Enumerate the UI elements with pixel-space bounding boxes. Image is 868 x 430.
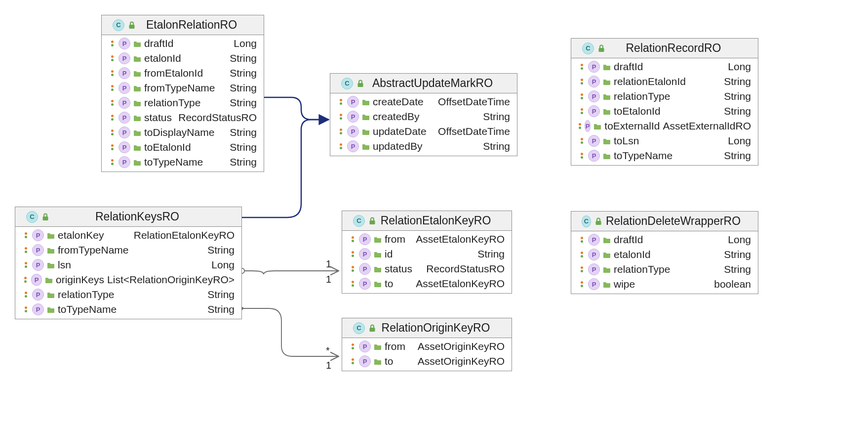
field-name: draftId <box>144 38 174 49</box>
field-name: id <box>385 248 393 260</box>
field-list: PfromAssetOriginKeyROPtoAssetOriginKeyRO <box>342 338 512 371</box>
field-row[interactable]: PetalonIdString <box>571 247 758 262</box>
field-row[interactable]: PcreateDateOffsetDateTime <box>330 94 517 109</box>
field-row[interactable]: PrelationEtalonIdString <box>571 74 758 89</box>
property-icon: P <box>118 97 130 109</box>
field-row[interactable]: PlsnLong <box>15 258 241 272</box>
gutter-dots-icon <box>337 114 344 120</box>
field-row[interactable]: PdraftIdLong <box>571 59 758 74</box>
property-icon: P <box>32 289 44 301</box>
field-type: String <box>477 248 505 260</box>
field-row[interactable]: PtoExternalIdAssetExternalIdRO <box>571 119 758 133</box>
field-row[interactable]: PetalonIdString <box>102 51 264 66</box>
field-name: from <box>385 233 405 245</box>
field-name: draftId <box>614 61 643 73</box>
field-type: String <box>207 289 235 301</box>
field-row[interactable]: PfromTypeNameString <box>15 243 241 258</box>
field-row[interactable]: PdraftIdLong <box>571 232 758 247</box>
gutter-dots-icon <box>578 252 585 258</box>
field-name: relationType <box>58 289 114 301</box>
folder-icon <box>603 108 611 115</box>
class-RelationDeleteWrapperRO[interactable]: CRelationDeleteWrapperROPdraftIdLongPeta… <box>571 211 758 294</box>
class-RelationOriginKeyRO[interactable]: CRelationOriginKeyROPfromAssetOriginKeyR… <box>342 318 512 371</box>
field-name: to <box>385 355 394 367</box>
field-row[interactable]: PrelationTypeString <box>571 262 758 277</box>
class-EtalonRelationRO[interactable]: CEtalonRelationROPdraftIdLongPetalonIdSt… <box>101 15 264 172</box>
class-header: CRelationEtalonKeyRO <box>342 211 512 231</box>
field-row[interactable]: PtoEtalonIdString <box>571 104 758 119</box>
field-name: status <box>144 112 172 124</box>
field-list: PcreateDateOffsetDateTimePcreatedByStrin… <box>330 93 517 156</box>
gutter-dots-icon <box>578 138 585 144</box>
field-row[interactable]: PrelationTypeString <box>571 89 758 104</box>
property-icon: P <box>31 274 42 286</box>
field-row[interactable]: PtoTypeNameString <box>15 302 241 317</box>
field-row[interactable]: PidString <box>342 247 512 261</box>
field-row[interactable]: PrelationTypeString <box>102 95 264 110</box>
folder-icon <box>47 291 55 298</box>
field-row[interactable]: PtoLsnLong <box>571 133 758 148</box>
field-row[interactable]: PrelationTypeString <box>15 287 241 302</box>
gutter-dots-icon <box>109 70 116 76</box>
field-type: Long <box>234 38 257 49</box>
property-icon: P <box>347 96 359 108</box>
gutter-dots-icon <box>337 143 344 149</box>
gutter-dots-icon <box>349 358 356 364</box>
property-icon: P <box>32 259 44 271</box>
folder-icon <box>374 236 382 243</box>
gutter-dots-icon <box>109 159 116 165</box>
gutter-dots-icon <box>349 251 356 257</box>
field-row[interactable]: PtoAssetEtalonKeyRO <box>342 276 512 291</box>
field-row[interactable]: PfromEtalonIdString <box>102 66 264 81</box>
gutter-dots-icon <box>578 281 585 287</box>
field-type: String <box>230 52 257 64</box>
gutter-dots-icon <box>578 79 585 85</box>
gutter-dots-icon <box>109 85 116 91</box>
property-icon: P <box>588 105 600 117</box>
field-type: String <box>724 90 751 102</box>
field-row[interactable]: PetalonKeyRelationEtalonKeyRO <box>15 228 241 243</box>
field-row[interactable]: PtoEtalonIdString <box>102 140 264 155</box>
class-title: RelationOriginKeyRO <box>380 321 492 335</box>
folder-icon <box>133 159 141 166</box>
field-row[interactable]: PstatusRecordStatusRO <box>342 261 512 276</box>
field-row[interactable]: PfromTypeNameString <box>102 81 264 95</box>
folder-icon <box>47 247 55 254</box>
property-icon: P <box>32 244 44 256</box>
class-RelationEtalonKeyRO[interactable]: CRelationEtalonKeyROPfromAssetEtalonKeyR… <box>342 211 512 294</box>
svg-rect-2 <box>358 83 363 87</box>
class-AbstractUpdateMarkRO[interactable]: CAbstractUpdateMarkROPcreateDateOffsetDa… <box>330 73 517 156</box>
field-row[interactable]: Pwipeboolean <box>571 277 758 292</box>
class-RelationKeysRO[interactable]: CRelationKeysROPetalonKeyRelationEtalonK… <box>15 207 242 319</box>
gutter-dots-icon <box>109 100 116 106</box>
gutter-dots-icon <box>578 237 585 243</box>
class-header: CEtalonRelationRO <box>102 15 264 35</box>
folder-icon <box>603 266 611 273</box>
field-row[interactable]: PtoTypeNameString <box>571 148 758 163</box>
class-RelationRecordRO[interactable]: CRelationRecordROPdraftIdLongPrelationEt… <box>571 38 758 166</box>
field-name: updateDate <box>373 126 427 137</box>
property-icon: P <box>359 341 371 352</box>
field-name: toEtalonId <box>144 141 191 153</box>
field-row[interactable]: PfromAssetEtalonKeyRO <box>342 232 512 247</box>
field-row[interactable]: PfromAssetOriginKeyRO <box>342 339 512 354</box>
field-row[interactable]: PstatusRecordStatusRO <box>102 110 264 125</box>
property-icon: P <box>118 67 130 79</box>
property-icon: P <box>359 278 371 290</box>
lock-icon <box>598 44 605 52</box>
edge-etalon-to-abstract <box>264 97 329 120</box>
field-row[interactable]: PdraftIdLong <box>102 36 264 51</box>
field-row[interactable]: PupdateDateOffsetDateTime <box>330 124 517 139</box>
field-list: PdraftIdLongPrelationEtalonIdStringPrela… <box>571 58 758 165</box>
field-row[interactable]: PupdatedByString <box>330 139 517 154</box>
class-icon: C <box>353 322 365 334</box>
field-row[interactable]: PtoDisplayNameString <box>102 125 264 140</box>
field-row[interactable]: PtoAssetOriginKeyRO <box>342 354 512 369</box>
class-header: CAbstractUpdateMarkRO <box>330 74 517 93</box>
field-row[interactable]: PtoTypeNameString <box>102 155 264 170</box>
field-row[interactable]: PoriginKeysList<RelationOriginKeyRO> <box>15 272 241 287</box>
field-name: draftId <box>614 234 643 246</box>
svg-rect-5 <box>370 220 375 224</box>
field-row[interactable]: PcreatedByString <box>330 109 517 124</box>
gutter-dots-icon <box>109 115 116 121</box>
